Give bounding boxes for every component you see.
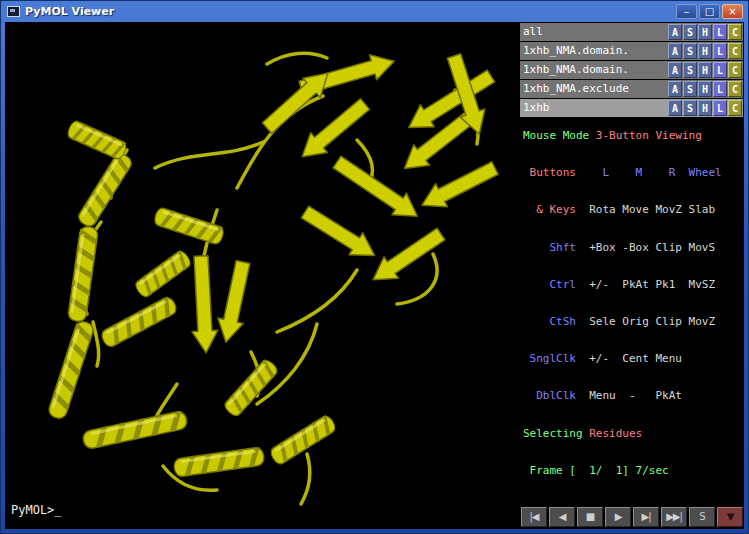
window-title: PyMOL Viewer <box>25 5 114 18</box>
mouse-line-segment: Frame [ 1/ 1] 7/sec <box>523 464 669 477</box>
hide-button[interactable]: H <box>698 43 712 59</box>
mouse-panel-line: CtSh Sele Orig Clip MovZ <box>523 316 744 328</box>
movie-play-button[interactable]: ▶ <box>605 507 631 527</box>
close-button[interactable]: × <box>722 4 743 19</box>
action-button[interactable]: A <box>668 81 682 97</box>
mouse-line-segment: Menu - PkAt <box>576 389 682 402</box>
movie-menu-button[interactable]: ▼ <box>717 507 743 527</box>
mouse-panel-line: & Keys Rota Move MovZ Slab <box>523 204 744 216</box>
internal-gui-panel: all A S H L C 1xhb_NMA.domain. A S H L C… <box>520 22 744 529</box>
mouse-panel-line: Buttons L M R Wheel <box>523 167 744 179</box>
mouse-line-segment: L M R Wheel <box>576 166 722 179</box>
maximize-button[interactable]: □ <box>699 4 720 19</box>
show-button[interactable]: S <box>683 43 697 59</box>
mouse-line-segment[interactable]: 3-Button Viewing <box>596 129 702 142</box>
movie-first-button[interactable]: |◀ <box>521 507 547 527</box>
movie-last-button[interactable]: ▶▶| <box>661 507 687 527</box>
mouse-line-segment: Sele Orig Clip MovZ <box>576 315 715 328</box>
window-controls: – □ × <box>676 4 743 19</box>
hide-button[interactable]: H <box>698 81 712 97</box>
mouse-line-segment: DblClk <box>523 389 576 402</box>
title-bar[interactable]: PyMOL Viewer – □ × <box>4 2 745 21</box>
action-button[interactable]: A <box>668 24 682 40</box>
scene-button[interactable]: S <box>689 507 715 527</box>
label-button[interactable]: L <box>713 81 727 97</box>
object-row[interactable]: all A S H L C <box>520 23 743 41</box>
pymol-window: PyMOL Viewer – □ × <box>0 0 749 534</box>
object-name[interactable]: 1xhb_NMA.domain. <box>520 61 668 79</box>
protein-structure[interactable] <box>5 22 519 529</box>
hide-button[interactable]: H <box>698 24 712 40</box>
mouse-line-segment: CtSh <box>523 315 576 328</box>
mouse-line-segment: Ctrl <box>523 278 576 291</box>
mouse-panel: Mouse Mode 3-Button Viewing Buttons L M … <box>523 105 744 502</box>
color-button[interactable]: C <box>728 24 742 40</box>
command-prompt[interactable]: PyMOL>_ <box>11 503 62 517</box>
label-button[interactable]: L <box>713 24 727 40</box>
object-row[interactable]: 1xhb_NMA.domain. A S H L C <box>520 61 743 79</box>
movie-stop-button[interactable]: ■ <box>577 507 603 527</box>
action-button[interactable]: A <box>668 62 682 78</box>
mouse-panel-line: Ctrl +/- PkAt Pk1 MvSZ <box>523 279 744 291</box>
action-button[interactable]: A <box>668 43 682 59</box>
show-button[interactable]: S <box>683 81 697 97</box>
color-button[interactable]: C <box>728 81 742 97</box>
color-button[interactable]: C <box>728 43 742 59</box>
mouse-line-segment: +/- Cent Menu <box>576 352 682 365</box>
object-name[interactable]: all <box>520 23 668 41</box>
mouse-line-segment: Mouse Mode <box>523 129 596 142</box>
helix-ribbons <box>47 120 337 478</box>
mouse-line-segment: Selecting <box>523 427 589 440</box>
show-button[interactable]: S <box>683 62 697 78</box>
viewport[interactable]: PyMOL>_ <box>5 22 519 529</box>
show-button[interactable]: S <box>683 24 697 40</box>
hide-button[interactable]: H <box>698 62 712 78</box>
movie-previous-button[interactable]: ◀ <box>549 507 575 527</box>
mouse-panel-line: SnglClk +/- Cent Menu <box>523 353 744 365</box>
mouse-line-segment: +Box -Box Clip MovS <box>576 241 715 254</box>
mouse-line-segment: & Keys <box>523 203 576 216</box>
frame-counter-line: Frame [ 1/ 1] 7/sec <box>523 465 744 477</box>
mouse-line-segment: Buttons <box>523 166 576 179</box>
label-button[interactable]: L <box>713 43 727 59</box>
label-button[interactable]: L <box>713 62 727 78</box>
movie-next-button[interactable]: ▶| <box>633 507 659 527</box>
mouse-line-segment[interactable]: Residues <box>589 427 642 440</box>
app-icon <box>7 6 20 17</box>
selecting-mode-line[interactable]: Selecting Residues <box>523 428 744 440</box>
object-name[interactable]: 1xhb_NMA.exclude <box>520 80 668 98</box>
mouse-panel-line: Shft +Box -Box Clip MovS <box>523 242 744 254</box>
mouse-line-segment: Shft <box>523 241 576 254</box>
object-name[interactable]: 1xhb_NMA.domain. <box>520 42 668 60</box>
mouse-mode-line[interactable]: Mouse Mode 3-Button Viewing <box>523 130 744 142</box>
object-row[interactable]: 1xhb_NMA.exclude A S H L C <box>520 80 743 98</box>
color-button[interactable]: C <box>728 62 742 78</box>
object-panel: all A S H L C 1xhb_NMA.domain. A S H L C… <box>520 23 743 118</box>
minimize-button[interactable]: – <box>676 4 697 19</box>
mouse-line-segment: SnglClk <box>523 352 576 365</box>
beta-sheet-arrows <box>188 49 501 354</box>
object-row[interactable]: 1xhb_NMA.domain. A S H L C <box>520 42 743 60</box>
client-area: PyMOL>_ all A S H L C 1xhb_NMA.domain. A… <box>5 22 744 529</box>
movie-controls: |◀ ◀ ■ ▶ ▶| ▶▶| S ▼ <box>521 507 743 527</box>
mouse-line-segment: +/- PkAt Pk1 MvSZ <box>576 278 715 291</box>
mouse-panel-line: DblClk Menu - PkAt <box>523 390 744 402</box>
mouse-line-segment: Rota Move MovZ Slab <box>576 203 715 216</box>
